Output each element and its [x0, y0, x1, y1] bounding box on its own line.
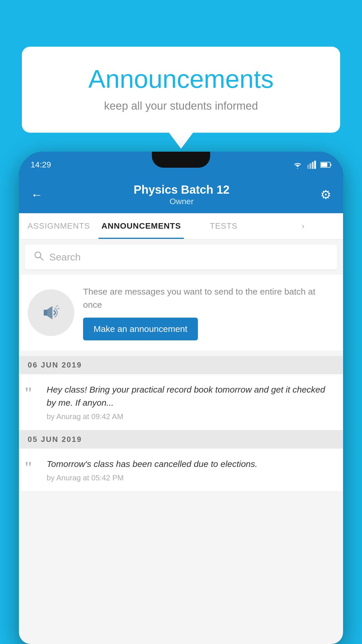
announcement-item-2[interactable]: " Tomorrow's class has been cancelled du…	[19, 449, 343, 491]
wifi-icon	[292, 161, 303, 169]
tab-announcements[interactable]: ANNOUNCEMENTS	[99, 213, 184, 239]
svg-line-8	[40, 257, 43, 260]
svg-rect-5	[330, 164, 331, 166]
tab-more[interactable]: ›	[263, 213, 343, 239]
announcement-body-1: Hey class! Bring your practical record b…	[47, 383, 334, 409]
make-announcement-button[interactable]: Make an announcement	[83, 318, 198, 340]
svg-rect-3	[314, 161, 316, 169]
search-icon	[34, 251, 44, 264]
batch-subtitle: Owner	[133, 197, 229, 206]
app-header: ← Physics Batch 12 Owner ⚙	[19, 178, 343, 213]
announcement-meta-2: by Anurag at 05:42 PM	[47, 473, 334, 482]
phone-frame: 14:29 ← Physics B	[19, 152, 343, 644]
megaphone-icon	[38, 300, 64, 326]
announcement-item-1[interactable]: " Hey class! Bring your practical record…	[19, 374, 343, 430]
announcements-subtitle: keep all your students informed	[45, 100, 317, 112]
quote-icon-2: "	[25, 459, 41, 476]
promo-card: These are messages you want to send to t…	[19, 275, 343, 351]
settings-icon[interactable]: ⚙	[320, 188, 331, 202]
promo-right: These are messages you want to send to t…	[83, 285, 334, 340]
status-time: 14:29	[31, 160, 51, 169]
date-header-1: 06 JUN 2019	[19, 356, 343, 374]
search-placeholder: Search	[49, 251, 81, 263]
date-header-2: 05 JUN 2019	[19, 430, 343, 449]
announcement-text-1: Hey class! Bring your practical record b…	[47, 383, 334, 421]
svg-rect-1	[310, 163, 311, 169]
svg-rect-9	[44, 310, 47, 316]
battery-icon	[320, 161, 331, 168]
svg-line-11	[57, 308, 59, 309]
tab-tests[interactable]: TESTS	[184, 213, 263, 239]
status-icons	[292, 161, 331, 169]
speech-bubble-container: Announcements keep all your students inf…	[22, 47, 340, 133]
phone-inner: ← Physics Batch 12 Owner ⚙ ASSIGNMENTS A…	[19, 178, 343, 644]
svg-rect-0	[307, 165, 309, 169]
svg-rect-2	[312, 162, 314, 169]
svg-line-10	[56, 305, 58, 307]
search-bar[interactable]: Search	[25, 245, 337, 270]
back-button[interactable]: ←	[31, 188, 43, 202]
promo-description: These are messages you want to send to t…	[83, 285, 334, 311]
promo-icon-circle	[28, 289, 74, 336]
tabs-bar: ASSIGNMENTS ANNOUNCEMENTS TESTS ›	[19, 213, 343, 239]
announcement-text-2: Tomorrow's class has been cancelled due …	[47, 457, 334, 482]
announcements-heading: Announcements	[45, 64, 317, 94]
status-bar: 14:29	[19, 152, 343, 178]
announcement-body-2: Tomorrow's class has been cancelled due …	[47, 457, 334, 470]
header-title-group: Physics Batch 12 Owner	[133, 183, 229, 206]
speech-bubble: Announcements keep all your students inf…	[22, 47, 340, 133]
signal-icon	[307, 161, 316, 169]
announcement-meta-1: by Anurag at 09:42 AM	[47, 412, 334, 421]
tab-assignments[interactable]: ASSIGNMENTS	[19, 213, 99, 239]
phone-screen: Search These are messages you	[19, 239, 343, 644]
quote-icon-1: "	[25, 384, 41, 402]
batch-title: Physics Batch 12	[133, 183, 229, 196]
svg-rect-6	[321, 163, 327, 167]
